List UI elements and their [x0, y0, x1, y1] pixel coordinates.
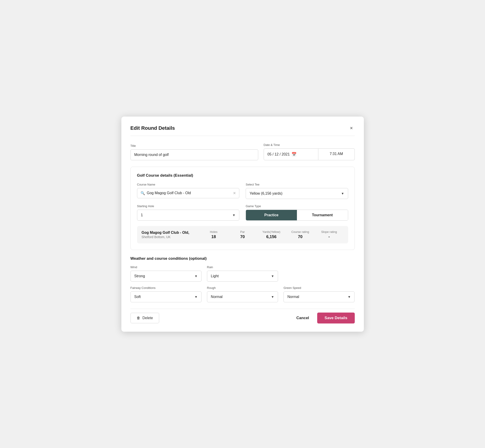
select-tee-dropdown[interactable]: Yellow (6,156 yards) ▼	[246, 188, 348, 199]
golf-course-section-title: Golf Course details (Essential)	[137, 173, 348, 178]
course-info-row: Gog Magog Golf Club - Old, Shelford Bott…	[137, 226, 348, 243]
footer-right: Cancel Save Details	[292, 312, 355, 323]
select-tee-group: Select Tee Yellow (6,156 yards) ▼	[246, 183, 348, 199]
time-input[interactable]: 7:31 AM	[318, 148, 355, 160]
title-input[interactable]	[130, 149, 258, 160]
modal-header: Edit Round Details ×	[130, 125, 355, 136]
fairway-rough-green-row: Fairway Conditions Soft ▼ Rough Normal ▼…	[130, 286, 355, 302]
chevron-down-icon: ▼	[271, 295, 274, 299]
practice-button[interactable]: Practice	[246, 210, 297, 220]
fairway-label: Fairway Conditions	[130, 286, 202, 289]
course-name-label: Course Name	[137, 183, 240, 186]
par-label: Par	[228, 230, 257, 233]
save-button[interactable]: Save Details	[317, 312, 355, 323]
placeholder-col	[283, 265, 355, 282]
slope-rating-label: Slope rating	[315, 230, 344, 233]
wind-value: Strong	[134, 274, 145, 278]
yards-value: 6,156	[257, 234, 286, 239]
weather-section: Weather and course conditions (optional)…	[130, 256, 355, 302]
trash-icon: 🗑	[137, 316, 140, 320]
chevron-down-icon: ▼	[194, 295, 198, 299]
starting-hole-group: Starting Hole 1 ▼	[137, 204, 240, 221]
wind-rain-row: Wind Strong ▼ Rain Light ▼	[130, 265, 355, 282]
chevron-down-icon: ▼	[271, 274, 274, 278]
rain-value: Light	[211, 274, 219, 278]
rough-value: Normal	[211, 295, 223, 299]
rain-label: Rain	[207, 265, 278, 269]
date-input[interactable]: 05 / 12 / 2021 📅	[264, 148, 318, 160]
fairway-group: Fairway Conditions Soft ▼	[130, 286, 202, 302]
clear-course-icon[interactable]: ✕	[233, 191, 236, 195]
course-name-input[interactable]: 🔍 Gog Magog Golf Club - Old ✕	[137, 188, 240, 198]
starting-hole-dropdown[interactable]: 1 ▼	[137, 210, 240, 221]
starting-hole-label: Starting Hole	[137, 204, 240, 208]
stat-par: Par 70	[228, 230, 257, 239]
delete-button[interactable]: 🗑 Delete	[130, 313, 159, 323]
chevron-down-icon: ▼	[232, 213, 235, 217]
green-speed-value: Normal	[287, 295, 299, 299]
stat-yards: Yards(Yellow) 6,156	[257, 230, 286, 239]
date-time-group: Date & Time 05 / 12 / 2021 📅 7:31 AM	[264, 143, 355, 160]
green-speed-label: Green Speed	[283, 286, 355, 289]
search-icon: 🔍	[140, 191, 145, 195]
rough-group: Rough Normal ▼	[207, 286, 278, 302]
rough-label: Rough	[207, 286, 278, 289]
holes-value: 18	[199, 234, 228, 239]
fairway-dropdown[interactable]: Soft ▼	[130, 291, 202, 302]
time-value: 7:31 AM	[330, 152, 343, 156]
select-tee-label: Select Tee	[246, 183, 348, 186]
wind-group: Wind Strong ▼	[130, 265, 202, 282]
rain-dropdown[interactable]: Light ▼	[207, 271, 278, 282]
game-type-label: Game Type	[246, 204, 348, 208]
date-value: 05 / 12 / 2021	[267, 152, 290, 156]
wind-dropdown[interactable]: Strong ▼	[130, 271, 202, 282]
course-name-value: Gog Magog Golf Club - Old	[147, 191, 231, 195]
course-info-name: Gog Magog Golf Club - Old, Shelford Bott…	[142, 231, 199, 239]
top-fields: Title Date & Time 05 / 12 / 2021 📅 7:31 …	[130, 143, 355, 160]
edit-round-modal: Edit Round Details × Title Date & Time 0…	[121, 117, 364, 332]
game-type-toggle: Practice Tournament	[246, 210, 348, 221]
title-field-group: Title	[130, 144, 258, 160]
starting-hole-value: 1	[141, 213, 143, 217]
hole-gametype-row: Starting Hole 1 ▼ Game Type Practice Tou…	[137, 204, 348, 221]
rough-dropdown[interactable]: Normal ▼	[207, 291, 278, 302]
course-rating-label: Course rating	[286, 230, 315, 233]
stat-slope-rating: Slope rating -	[315, 230, 344, 239]
stat-holes: Holes 18	[199, 230, 228, 239]
footer-row: 🗑 Delete Cancel Save Details	[130, 309, 355, 323]
wind-label: Wind	[130, 265, 202, 269]
fairway-value: Soft	[134, 295, 141, 299]
chevron-down-icon: ▼	[194, 274, 198, 278]
rain-group: Rain Light ▼	[207, 265, 278, 282]
select-tee-value: Yellow (6,156 yards)	[250, 192, 282, 196]
par-value: 70	[228, 234, 257, 239]
green-speed-group: Green Speed Normal ▼	[283, 286, 355, 302]
title-label: Title	[130, 144, 258, 147]
cancel-button[interactable]: Cancel	[292, 313, 314, 323]
slope-rating-value: -	[315, 234, 344, 239]
date-time-row: 05 / 12 / 2021 📅 7:31 AM	[264, 148, 355, 160]
holes-label: Holes	[199, 230, 228, 233]
green-speed-dropdown[interactable]: Normal ▼	[283, 291, 355, 302]
course-rating-value: 70	[286, 234, 315, 239]
delete-label: Delete	[143, 316, 153, 320]
course-name-group: Course Name 🔍 Gog Magog Golf Club - Old …	[137, 183, 240, 199]
modal-title: Edit Round Details	[130, 125, 175, 131]
game-type-group: Game Type Practice Tournament	[246, 204, 348, 221]
chevron-down-icon: ▼	[348, 295, 351, 299]
golf-course-section: Golf Course details (Essential) Course N…	[130, 167, 355, 250]
course-name-tee-row: Course Name 🔍 Gog Magog Golf Club - Old …	[137, 183, 348, 199]
yards-label: Yards(Yellow)	[257, 230, 286, 233]
calendar-icon: 📅	[291, 152, 297, 157]
weather-section-title: Weather and course conditions (optional)	[130, 256, 355, 261]
stat-course-rating: Course rating 70	[286, 230, 315, 239]
close-button[interactable]: ×	[348, 125, 355, 132]
chevron-down-icon: ▼	[341, 192, 344, 195]
course-location: Shelford Bottom, UK	[142, 235, 199, 239]
date-time-label: Date & Time	[264, 143, 355, 147]
tournament-button[interactable]: Tournament	[297, 210, 348, 220]
course-main-name: Gog Magog Golf Club - Old,	[142, 231, 199, 235]
